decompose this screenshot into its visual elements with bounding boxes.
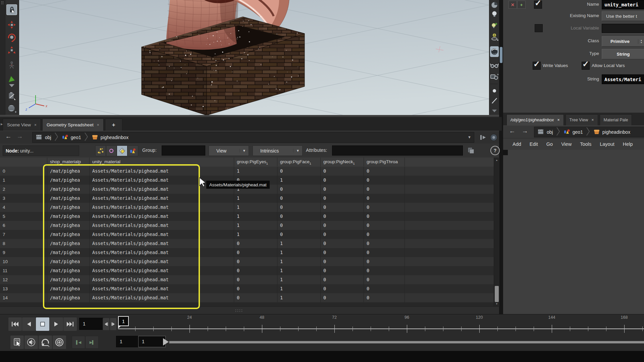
help-button[interactable]: ? xyxy=(490,146,500,155)
cell-throat[interactable]: 0 xyxy=(364,293,405,302)
cell-shop[interactable]: /mat/pighea xyxy=(47,212,90,221)
cell-shop[interactable]: /mat/pighea xyxy=(47,248,90,257)
cell-idx[interactable]: 8 xyxy=(0,239,47,248)
class-dropdown[interactable]: Primitive▲▼ xyxy=(602,36,644,47)
menu-go[interactable]: Go xyxy=(546,141,553,147)
cell-eyes[interactable]: 1 xyxy=(234,230,277,239)
render-view-button[interactable] xyxy=(6,103,17,114)
cell-unity[interactable]: Assets/Materials/pighead.mat xyxy=(90,293,234,302)
cell-idx[interactable]: 0 xyxy=(0,167,47,176)
attributes-input[interactable] xyxy=(332,145,463,156)
show-vertices-button[interactable] xyxy=(106,145,117,156)
cell-eyes[interactable]: 0 xyxy=(234,239,277,248)
cell-throat[interactable]: 0 xyxy=(364,203,405,212)
cell-unity[interactable]: Assets/Materials/pighead.mat xyxy=(90,230,234,239)
cell-throat[interactable]: 0 xyxy=(364,257,405,266)
play-forward-button[interactable] xyxy=(49,317,63,331)
cell-face[interactable]: 1 xyxy=(277,239,321,248)
keyframe-options-button[interactable] xyxy=(10,335,24,349)
cell-shop[interactable]: /mat/pighea xyxy=(47,203,90,212)
column-header-group-pigthroa[interactable]: group:PigThroa xyxy=(364,158,405,166)
cell-neck[interactable]: 0 xyxy=(321,239,364,248)
tab-scene-view[interactable]: Scene View× xyxy=(3,119,41,131)
cell-idx[interactable]: 1 xyxy=(0,176,47,185)
cell-throat[interactable]: 0 xyxy=(364,176,405,185)
scroll-up-arrow[interactable]: ▲ xyxy=(494,158,499,162)
horizontal-scrollbar[interactable] xyxy=(0,306,499,314)
cell-face[interactable]: 0 xyxy=(277,212,321,221)
cell-neck[interactable]: 0 xyxy=(321,293,364,302)
scale-tool-button[interactable] xyxy=(6,45,17,56)
close-tab-icon[interactable]: × xyxy=(34,123,37,127)
scene-viewport[interactable]: x z xyxy=(19,0,489,117)
cell-neck[interactable]: 0 xyxy=(321,176,364,185)
cell-neck[interactable]: 0 xyxy=(321,248,364,257)
intrinsics-dropdown[interactable]: Intrinsics▼ xyxy=(253,145,303,156)
local-variable-field[interactable] xyxy=(602,24,644,33)
close-tab-icon[interactable]: × xyxy=(97,123,99,127)
cell-face[interactable]: 1 xyxy=(277,176,321,185)
column-header-index[interactable] xyxy=(0,158,47,166)
divider-thumb[interactable] xyxy=(500,47,502,63)
cell-eyes[interactable]: 1 xyxy=(234,203,277,212)
prev-keyframe-button[interactable]: ▌◀ xyxy=(72,336,85,349)
new-tab-button[interactable]: + xyxy=(105,119,122,131)
pin-pane-icon[interactable] xyxy=(480,134,487,141)
cell-unity[interactable]: Assets/Materials/pighead.mat xyxy=(90,212,234,221)
cell-throat[interactable]: 0 xyxy=(364,266,405,275)
translate-tool-button[interactable] xyxy=(6,19,17,30)
breadcrumb-item-pigheadinbox[interactable]: pigheadinbox xyxy=(88,134,132,141)
pose-tool-button[interactable] xyxy=(6,60,17,70)
shading-mode-button[interactable] xyxy=(490,46,499,57)
breadcrumb-item-pigheadinbox[interactable]: pigheadinbox xyxy=(590,129,634,135)
cell-throat[interactable]: 0 xyxy=(364,248,405,257)
column-header-group-pigneck[interactable]: group:PigNeck1 xyxy=(321,158,364,166)
breadcrumb-item-geo1[interactable]: geo1 xyxy=(58,134,85,141)
toolbar-more-caret[interactable] xyxy=(6,83,17,88)
timeline-ruler[interactable] xyxy=(118,328,644,329)
cell-idx[interactable]: 6 xyxy=(0,221,47,230)
cell-shop[interactable]: /mat/pighea xyxy=(47,239,90,248)
display-more-caret[interactable] xyxy=(490,107,499,115)
back-button[interactable]: ← xyxy=(3,133,13,140)
show-primitives-button[interactable] xyxy=(117,145,127,156)
menu-layout[interactable]: Layout xyxy=(600,141,614,147)
cell-shop[interactable]: /mat/pighea xyxy=(47,221,90,230)
cell-eyes[interactable]: 0 xyxy=(234,257,277,266)
tab-overflow-arrow[interactable]: ▶ xyxy=(1,123,3,126)
breadcrumb-item-geo1[interactable]: geo1 xyxy=(560,129,586,135)
current-frame-field[interactable]: 1 xyxy=(79,318,105,330)
step-forward-button[interactable] xyxy=(110,318,117,330)
forward-button[interactable]: → xyxy=(15,133,25,140)
allow-local-vars-checkbox[interactable]: ✓ xyxy=(582,62,590,70)
cell-shop[interactable]: /mat/pighea xyxy=(47,257,90,266)
export-sheet-icon[interactable] xyxy=(467,146,475,155)
show-details-button[interactable] xyxy=(127,145,138,156)
cell-unity[interactable]: Assets/Materials/pighead.mat xyxy=(90,203,234,212)
headlight-button[interactable] xyxy=(490,10,499,19)
cell-shop[interactable]: /mat/pighea xyxy=(47,266,90,275)
link-toggle-icon[interactable] xyxy=(490,133,498,141)
audio-button[interactable] xyxy=(24,335,38,349)
brush-display-button[interactable] xyxy=(490,96,499,105)
cell-unity[interactable]: Assets/Materials/pighead.mat xyxy=(90,167,234,176)
view-dropdown[interactable]: View▼ xyxy=(209,145,249,156)
cell-shop[interactable]: /mat/pighea xyxy=(47,284,90,293)
cell-face[interactable]: 1 xyxy=(277,266,321,275)
cell-face[interactable]: 0 xyxy=(277,203,321,212)
menu-view[interactable]: View xyxy=(561,141,572,147)
cell-shop[interactable]: /mat/pighea xyxy=(47,176,90,185)
cell-eyes[interactable]: 1 xyxy=(234,212,277,221)
menu-tools[interactable]: Tools xyxy=(580,141,591,147)
cell-neck[interactable]: 0 xyxy=(321,194,364,203)
cell-face[interactable]: 0 xyxy=(277,230,321,239)
cell-face[interactable]: 0 xyxy=(277,221,321,230)
cell-face[interactable]: 1 xyxy=(277,248,321,257)
vscroll-thumb[interactable] xyxy=(495,286,499,302)
cell-idx[interactable]: 2 xyxy=(0,185,47,194)
cell-throat[interactable]: 0 xyxy=(364,167,405,176)
group-input[interactable] xyxy=(162,145,205,156)
cell-throat[interactable]: 0 xyxy=(364,239,405,248)
scroll-down-arrow[interactable]: ▼ xyxy=(494,302,499,306)
cell-face[interactable]: 1 xyxy=(277,284,321,293)
